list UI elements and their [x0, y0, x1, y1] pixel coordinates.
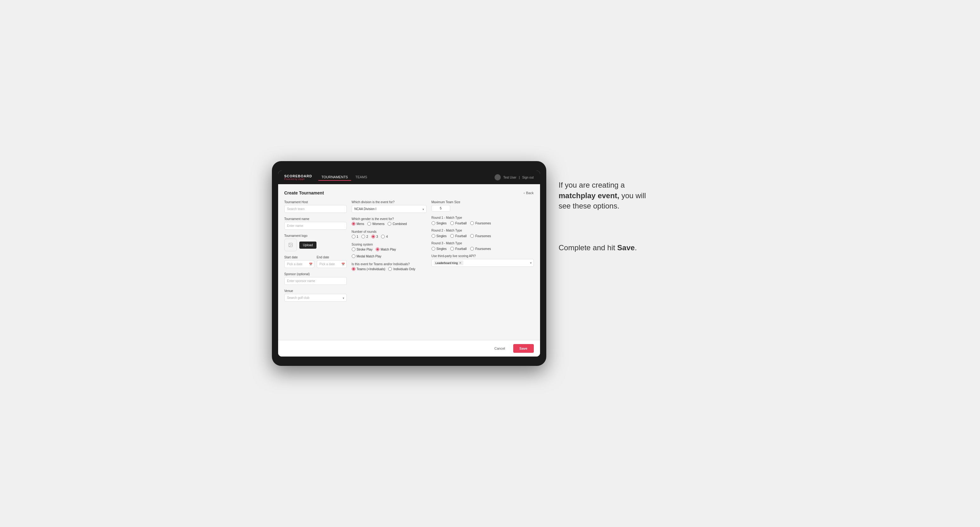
nav-tabs: TOURNAMENTS TEAMS: [318, 174, 488, 181]
end-date-wrapper: 📅: [317, 260, 347, 268]
main-content: Create Tournament ‹ Back Tournament Host…: [278, 184, 540, 340]
scoring-stroke[interactable]: Stroke Play: [352, 248, 372, 251]
scoring-group: Scoring system Stroke Play Match Play Me…: [352, 243, 426, 258]
page-title: Create Tournament: [284, 190, 324, 195]
callout-bottom-post: .: [635, 243, 637, 252]
api-tag-value: Leaderboard King: [436, 262, 458, 265]
teams-plus-individuals[interactable]: Teams (+Individuals): [352, 267, 385, 271]
scoring-radio-group: Stroke Play Match Play Medal Match Play: [352, 248, 426, 258]
form-col-left: Tournament Host Tournament name Tourname…: [284, 200, 347, 306]
sponsor-label: Sponsor (optional): [284, 272, 347, 276]
api-remove-button[interactable]: ✕: [459, 261, 461, 265]
end-date-group: End date 📅: [317, 256, 347, 268]
tournament-host-input[interactable]: [284, 205, 347, 213]
round1-singles[interactable]: Singles: [431, 221, 447, 225]
round1-foursomes[interactable]: Foursomes: [470, 221, 491, 225]
round2-match-label: Round 2 - Match Type: [431, 229, 534, 232]
nav-bar: SCOREBOARD Powered by clippit TOURNAMENT…: [278, 170, 540, 184]
rounds-group: Number of rounds 1 2 3: [352, 230, 426, 238]
callout-area: If you are creating a matchplay event, y…: [559, 161, 708, 253]
round1-fourball[interactable]: Fourball: [450, 221, 466, 225]
round3-foursomes[interactable]: Foursomes: [470, 247, 491, 251]
sign-out-link[interactable]: Sign out: [522, 176, 534, 179]
round2-singles[interactable]: Singles: [431, 234, 447, 238]
app-logo: SCOREBOARD Powered by clippit: [284, 175, 312, 180]
division-group: Which division is the event for? NCAA Di…: [352, 200, 426, 213]
callout-bottom-pre: Complete and hit: [559, 243, 617, 252]
sponsor-group: Sponsor (optional): [284, 272, 347, 285]
division-select[interactable]: NCAA Division I NCAA Division II NCAA Di…: [352, 205, 426, 213]
nav-separator: |: [519, 176, 520, 179]
round-4[interactable]: 4: [381, 235, 388, 238]
gender-combined[interactable]: Combined: [388, 222, 407, 225]
individuals-only[interactable]: Individuals Only: [388, 267, 415, 271]
calendar-icon-end: 📅: [341, 263, 345, 266]
tournament-logo-group: Tournament logo Upload: [284, 234, 347, 251]
form-columns: Tournament Host Tournament name Tourname…: [284, 200, 534, 306]
back-link[interactable]: ‹ Back: [523, 191, 533, 195]
round3-match-label: Round 3 - Match Type: [431, 241, 534, 245]
round2-match-row: Singles Fourball Foursomes: [431, 234, 534, 238]
scoring-match[interactable]: Match Play: [376, 248, 396, 251]
round-1[interactable]: 1: [352, 235, 359, 238]
venue-group: Venue ▾: [284, 289, 347, 302]
rounds-label: Number of rounds: [352, 230, 426, 233]
round-3[interactable]: 3: [371, 235, 378, 238]
tournament-name-input[interactable]: [284, 222, 347, 230]
tournament-logo-label: Tournament logo: [284, 234, 347, 238]
venue-input[interactable]: [284, 294, 347, 302]
tablet-screen: SCOREBOARD Powered by clippit TOURNAMENT…: [278, 170, 540, 357]
division-select-wrapper: NCAA Division I NCAA Division II NCAA Di…: [352, 205, 426, 213]
round2-foursomes[interactable]: Foursomes: [470, 234, 491, 238]
max-team-size-label: Maximum Team Size: [431, 200, 534, 204]
api-tag-container: Leaderboard King ✕ ▾: [431, 259, 534, 267]
callout-bottom: Complete and hit Save.: [559, 243, 646, 253]
logo-upload-area: Upload: [284, 239, 347, 251]
callout-bottom-bold: Save: [617, 243, 635, 252]
round3-match-row: Singles Fourball Foursomes: [431, 247, 534, 251]
round2-match-section: Round 2 - Match Type Singles Fourball Fo…: [431, 229, 534, 238]
round3-fourball[interactable]: Fourball: [450, 247, 466, 251]
gender-label: Which gender is the event for?: [352, 217, 426, 221]
tab-tournaments[interactable]: TOURNAMENTS: [318, 174, 351, 181]
date-group: Start date 📅 End date: [284, 256, 347, 268]
date-row: Start date 📅 End date: [284, 256, 347, 268]
form-footer: Cancel Save: [278, 340, 540, 357]
start-date-wrapper: 📅: [284, 260, 314, 268]
gender-radio-group: Mens Womens Combined: [352, 222, 426, 225]
tournament-name-group: Tournament name: [284, 217, 347, 230]
logo-sub: Powered by clippit: [284, 178, 312, 180]
api-tag: Leaderboard King ✕: [434, 260, 464, 265]
start-date-label: Start date: [284, 256, 314, 259]
save-button[interactable]: Save: [513, 344, 534, 353]
gender-womens[interactable]: Womens: [367, 222, 385, 225]
round3-match-section: Round 3 - Match Type Singles Fourball Fo…: [431, 241, 534, 251]
venue-label: Venue: [284, 289, 347, 293]
tournament-host-group: Tournament Host: [284, 200, 347, 213]
callout-top: If you are creating a matchplay event, y…: [559, 180, 659, 211]
cancel-button[interactable]: Cancel: [490, 344, 510, 353]
upload-button[interactable]: Upload: [299, 241, 317, 249]
end-date-label: End date: [317, 256, 347, 259]
tablet-device: SCOREBOARD Powered by clippit TOURNAMENT…: [272, 161, 546, 366]
round3-singles[interactable]: Singles: [431, 247, 447, 251]
tab-teams[interactable]: TEAMS: [352, 174, 371, 181]
page-header: Create Tournament ‹ Back: [284, 190, 534, 195]
round2-fourball[interactable]: Fourball: [450, 234, 466, 238]
max-team-size-input[interactable]: [431, 205, 450, 212]
venue-wrapper: ▾: [284, 294, 347, 302]
tournament-name-label: Tournament name: [284, 217, 347, 221]
callout-bold: matchplay event,: [559, 191, 620, 200]
round1-match-label: Round 1 - Match Type: [431, 216, 534, 219]
user-info: Test User | Sign out: [495, 174, 534, 181]
round-2[interactable]: 2: [361, 235, 368, 238]
user-name: Test User: [503, 176, 516, 179]
api-group: Use third-party live scoring API? Leader…: [431, 254, 534, 267]
gender-mens[interactable]: Mens: [352, 222, 364, 225]
max-team-size-group: Maximum Team Size: [431, 200, 534, 212]
sponsor-input[interactable]: [284, 277, 347, 285]
tournament-host-label: Tournament Host: [284, 200, 347, 204]
scoring-medal[interactable]: Medal Match Play: [352, 254, 381, 258]
form-col-mid: Which division is the event for? NCAA Di…: [352, 200, 426, 306]
round1-match-row: Singles Fourball Foursomes: [431, 221, 534, 225]
